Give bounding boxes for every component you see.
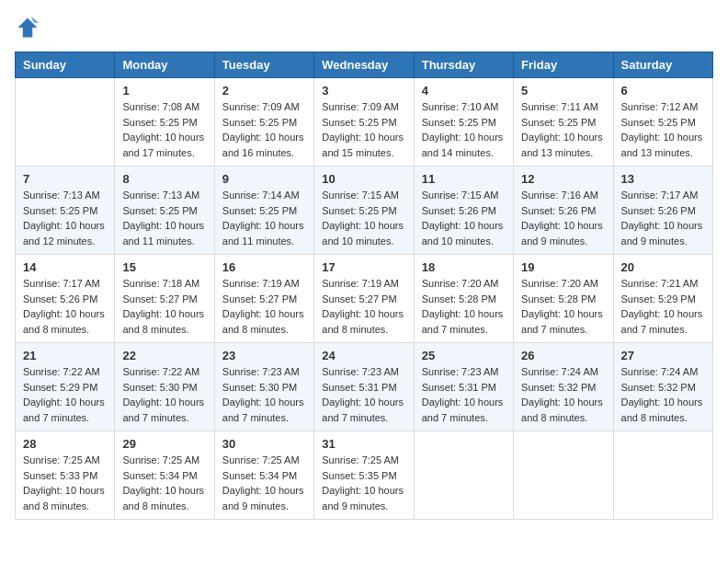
calendar-week-row: 1Sunrise: 7:08 AMSunset: 5:25 PMDaylight… [16,78,713,167]
calendar-cell: 3Sunrise: 7:09 AMSunset: 5:25 PMDaylight… [314,78,414,167]
calendar-cell: 24Sunrise: 7:23 AMSunset: 5:31 PMDayligh… [314,343,414,431]
column-header-thursday: Thursday [414,52,513,78]
logo-icon [15,15,40,40]
column-header-wednesday: Wednesday [314,52,414,78]
calendar-cell: 2Sunrise: 7:09 AMSunset: 5:25 PMDaylight… [214,78,313,167]
calendar-table: SundayMondayTuesdayWednesdayThursdayFrid… [15,52,713,520]
calendar-cell: 18Sunrise: 7:20 AMSunset: 5:28 PMDayligh… [414,255,513,343]
day-number: 12 [521,172,605,186]
calendar-cell: 23Sunrise: 7:23 AMSunset: 5:30 PMDayligh… [214,343,313,431]
calendar-cell [16,78,115,167]
day-number: 7 [23,172,107,186]
calendar-cell: 19Sunrise: 7:20 AMSunset: 5:28 PMDayligh… [514,255,613,343]
calendar-cell: 22Sunrise: 7:22 AMSunset: 5:30 PMDayligh… [115,343,214,431]
calendar-cell: 16Sunrise: 7:19 AMSunset: 5:27 PMDayligh… [214,255,313,343]
day-info: Sunrise: 7:08 AMSunset: 5:25 PMDaylight:… [122,99,206,160]
day-number: 5 [521,84,605,98]
day-info: Sunrise: 7:15 AMSunset: 5:25 PMDaylight:… [322,188,405,248]
day-number: 21 [23,349,107,362]
day-number: 10 [322,172,405,186]
calendar-cell: 11Sunrise: 7:15 AMSunset: 5:26 PMDayligh… [414,167,513,255]
day-number: 30 [222,437,306,451]
day-info: Sunrise: 7:22 AMSunset: 5:29 PMDaylight:… [23,364,107,425]
day-number: 22 [122,349,206,362]
day-info: Sunrise: 7:09 AMSunset: 5:25 PMDaylight:… [322,99,405,160]
calendar-cell: 15Sunrise: 7:18 AMSunset: 5:27 PMDayligh… [115,255,214,343]
day-number: 4 [422,84,506,98]
day-number: 11 [422,172,506,186]
calendar-cell: 5Sunrise: 7:11 AMSunset: 5:25 PMDaylight… [514,78,613,167]
calendar-week-row: 28Sunrise: 7:25 AMSunset: 5:33 PMDayligh… [16,431,713,520]
day-number: 26 [521,349,605,362]
calendar-week-row: 21Sunrise: 7:22 AMSunset: 5:29 PMDayligh… [16,343,713,431]
day-number: 9 [222,172,306,186]
day-number: 25 [422,349,506,362]
day-info: Sunrise: 7:16 AMSunset: 5:26 PMDaylight:… [521,188,605,248]
calendar-cell: 10Sunrise: 7:15 AMSunset: 5:25 PMDayligh… [314,167,414,255]
logo [15,15,44,40]
day-info: Sunrise: 7:25 AMSunset: 5:33 PMDaylight:… [23,453,107,513]
day-info: Sunrise: 7:10 AMSunset: 5:25 PMDaylight:… [422,99,506,160]
calendar-cell: 1Sunrise: 7:08 AMSunset: 5:25 PMDaylight… [115,78,214,167]
day-info: Sunrise: 7:09 AMSunset: 5:25 PMDaylight:… [222,99,306,160]
calendar-body: 1Sunrise: 7:08 AMSunset: 5:25 PMDaylight… [16,78,713,520]
calendar-cell: 12Sunrise: 7:16 AMSunset: 5:26 PMDayligh… [514,167,613,255]
day-number: 18 [422,260,506,274]
day-info: Sunrise: 7:25 AMSunset: 5:34 PMDaylight:… [222,453,306,513]
day-number: 24 [322,349,405,362]
day-info: Sunrise: 7:12 AMSunset: 5:25 PMDaylight:… [621,99,705,160]
day-number: 19 [521,260,605,274]
day-info: Sunrise: 7:11 AMSunset: 5:25 PMDaylight:… [521,99,605,160]
day-number: 29 [122,437,206,451]
calendar-cell: 29Sunrise: 7:25 AMSunset: 5:34 PMDayligh… [115,431,214,520]
day-info: Sunrise: 7:21 AMSunset: 5:29 PMDaylight:… [621,276,705,337]
column-header-friday: Friday [514,52,613,78]
calendar-cell: 31Sunrise: 7:25 AMSunset: 5:35 PMDayligh… [314,431,414,520]
day-info: Sunrise: 7:20 AMSunset: 5:28 PMDaylight:… [521,276,605,337]
day-info: Sunrise: 7:23 AMSunset: 5:30 PMDaylight:… [222,364,306,425]
day-number: 16 [222,260,306,274]
day-number: 27 [621,349,705,362]
day-info: Sunrise: 7:20 AMSunset: 5:28 PMDaylight:… [422,276,506,337]
day-number: 23 [222,349,306,362]
day-info: Sunrise: 7:15 AMSunset: 5:26 PMDaylight:… [422,188,506,248]
column-header-tuesday: Tuesday [214,52,313,78]
day-number: 20 [621,260,705,274]
calendar-cell: 27Sunrise: 7:24 AMSunset: 5:32 PMDayligh… [613,343,712,431]
day-info: Sunrise: 7:23 AMSunset: 5:31 PMDaylight:… [322,364,405,425]
day-info: Sunrise: 7:17 AMSunset: 5:26 PMDaylight:… [23,276,107,337]
day-info: Sunrise: 7:19 AMSunset: 5:27 PMDaylight:… [222,276,306,337]
column-header-saturday: Saturday [613,52,712,78]
day-number: 2 [222,84,306,98]
calendar-cell: 30Sunrise: 7:25 AMSunset: 5:34 PMDayligh… [214,431,313,520]
day-number: 17 [322,260,405,274]
day-number: 3 [322,84,405,98]
day-info: Sunrise: 7:17 AMSunset: 5:26 PMDaylight:… [621,188,705,248]
day-number: 28 [23,437,107,451]
calendar-header-row: SundayMondayTuesdayWednesdayThursdayFrid… [16,52,713,78]
calendar-cell: 4Sunrise: 7:10 AMSunset: 5:25 PMDaylight… [414,78,513,167]
calendar-week-row: 7Sunrise: 7:13 AMSunset: 5:25 PMDaylight… [16,167,713,255]
column-header-sunday: Sunday [16,52,115,78]
day-info: Sunrise: 7:22 AMSunset: 5:30 PMDaylight:… [122,364,206,425]
calendar-week-row: 14Sunrise: 7:17 AMSunset: 5:26 PMDayligh… [16,255,713,343]
calendar-cell [414,431,513,520]
day-info: Sunrise: 7:13 AMSunset: 5:25 PMDaylight:… [23,188,107,248]
column-header-monday: Monday [115,52,214,78]
day-info: Sunrise: 7:23 AMSunset: 5:31 PMDaylight:… [422,364,506,425]
day-info: Sunrise: 7:19 AMSunset: 5:27 PMDaylight:… [322,276,405,337]
day-info: Sunrise: 7:24 AMSunset: 5:32 PMDaylight:… [621,364,705,425]
calendar-cell [613,431,712,520]
calendar-cell: 20Sunrise: 7:21 AMSunset: 5:29 PMDayligh… [613,255,712,343]
day-info: Sunrise: 7:13 AMSunset: 5:25 PMDaylight:… [122,188,206,248]
calendar-cell: 6Sunrise: 7:12 AMSunset: 5:25 PMDaylight… [613,78,712,167]
calendar-cell: 13Sunrise: 7:17 AMSunset: 5:26 PMDayligh… [613,167,712,255]
day-number: 1 [122,84,206,98]
calendar-cell: 8Sunrise: 7:13 AMSunset: 5:25 PMDaylight… [115,167,214,255]
day-info: Sunrise: 7:25 AMSunset: 5:35 PMDaylight:… [322,453,405,513]
day-info: Sunrise: 7:24 AMSunset: 5:32 PMDaylight:… [521,364,605,425]
day-number: 14 [23,260,107,274]
calendar-cell: 28Sunrise: 7:25 AMSunset: 5:33 PMDayligh… [16,431,115,520]
calendar-cell: 9Sunrise: 7:14 AMSunset: 5:25 PMDaylight… [214,167,313,255]
calendar-cell: 14Sunrise: 7:17 AMSunset: 5:26 PMDayligh… [16,255,115,343]
